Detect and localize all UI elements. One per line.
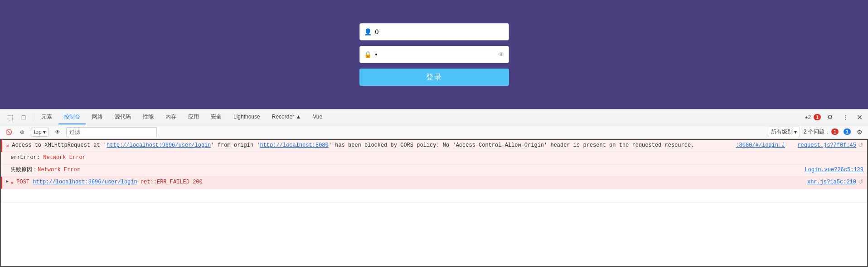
error-icon-1: ✕ <box>6 142 9 150</box>
stop-btn[interactable]: ⊘ <box>17 127 27 137</box>
login-source-link[interactable]: Login.vue?26c5:129 <box>801 166 863 174</box>
dot-count: ●2 <box>805 114 811 120</box>
password-container: 🔒 👁 <box>359 46 509 63</box>
expand-post-icon[interactable]: ▶ <box>6 178 9 185</box>
console-messages: ✕ Access to XMLHttpRequest at 'http://lo… <box>0 139 868 267</box>
console-filter-bar: 🚫 ⊘ top ▾ 👁 所有级别 ▾ 2 个问题： 1 1 ⚙ <box>0 125 868 139</box>
user-icon: 👤 <box>364 28 372 35</box>
request-source-link[interactable]: request.js?7f0f:45 <box>794 141 856 149</box>
refresh-icon-btn[interactable]: ↺ <box>858 141 863 148</box>
errError-text: errError: Network Error <box>10 153 863 162</box>
devtools-toolbar: ⬚ □ 元素 控制台 网络 源代码 性能 内存 应用 安全 Lighthouse… <box>0 109 868 125</box>
tab-memory[interactable]: 内存 <box>160 110 182 124</box>
eye-toggle-icon[interactable]: 👁 <box>498 51 504 58</box>
tab-sources[interactable]: 源代码 <box>109 110 136 124</box>
console-msg-errError: ✕ errError: Network Error <box>1 152 867 164</box>
context-chevron-icon: ▾ <box>43 129 46 135</box>
placeholder-icon-3: ✕ <box>5 167 8 175</box>
level-dropdown[interactable]: 所有级别 ▾ <box>768 127 800 137</box>
tab-lighthouse[interactable]: Lighthouse <box>228 111 266 124</box>
toolbar-right: ●2 1 ⚙ ⋮ ✕ <box>805 111 864 124</box>
issue-blue-badge: 1 <box>844 129 851 135</box>
console-body: ✕ Access to XMLHttpRequest at 'http://lo… <box>0 139 868 267</box>
more-menu-btn[interactable]: ⋮ <box>839 111 852 124</box>
tab-console[interactable]: 控制台 <box>58 110 86 124</box>
placeholder-icon-2: ✕ <box>5 154 8 163</box>
tab-elements[interactable]: 元素 <box>36 110 58 124</box>
post-url[interactable]: http://localhost:9696/user/login <box>33 179 137 185</box>
username-input[interactable] <box>359 23 509 40</box>
tab-recorder[interactable]: Recorder ▲ <box>267 111 307 124</box>
console-msg-fail-reason: ✕ 失败原因：Network Error Login.vue?26c5:129 <box>1 164 867 177</box>
post-refresh-icon-btn[interactable]: ↺ <box>858 178 863 185</box>
tab-application[interactable]: 应用 <box>183 110 204 124</box>
clear-console-btn[interactable]: 🚫 <box>4 127 14 137</box>
tab-separator-1 <box>33 113 33 122</box>
device-icon-btn[interactable]: □ <box>17 111 30 124</box>
issue-count-label: 2 个问题： 1 1 <box>804 128 851 136</box>
password-input[interactable] <box>359 46 509 63</box>
cors-source-link[interactable]: :8080/#/login:J <box>732 141 785 149</box>
close-devtools-btn[interactable]: ✕ <box>854 112 864 122</box>
error-badge: 1 <box>814 114 821 120</box>
post-error-text: POST http://localhost:9696/user/login ne… <box>16 178 804 186</box>
fail-reason-text: 失败原因：Network Error <box>10 166 801 174</box>
cors-url-1[interactable]: http://localhost:9696/user/login <box>107 142 211 148</box>
login-area: 👤 🔒 👁 登录 <box>0 0 868 109</box>
console-msg-cors: ✕ Access to XMLHttpRequest at 'http://lo… <box>1 140 867 152</box>
cors-origin-url[interactable]: http://localhost:8080 <box>260 142 329 148</box>
xhr-source-link[interactable]: xhr.js?1a5c:210 <box>804 178 856 186</box>
eye-filter-btn[interactable]: 👁 <box>53 127 63 137</box>
tab-vue[interactable]: Vue <box>307 111 328 124</box>
settings-gear-btn[interactable]: ⚙ <box>824 111 836 124</box>
tab-security[interactable]: 安全 <box>205 110 227 124</box>
filter-input[interactable] <box>66 127 157 137</box>
console-msg-post: ▶ ✕ POST http://localhost:9696/user/logi… <box>1 177 867 189</box>
tab-network[interactable]: 网络 <box>87 110 108 124</box>
context-label: top <box>34 129 42 135</box>
devtools-panel: ⬚ □ 元素 控制台 网络 源代码 性能 内存 应用 安全 Lighthouse… <box>0 109 868 267</box>
issue-red-badge: 1 <box>831 129 839 135</box>
login-button[interactable]: 登录 <box>359 69 509 86</box>
level-chevron-icon: ▾ <box>794 129 797 135</box>
username-container: 👤 <box>359 23 509 40</box>
tab-performance[interactable]: 性能 <box>137 110 159 124</box>
level-label: 所有级别 <box>771 128 793 136</box>
console-empty-row <box>1 189 867 203</box>
context-dropdown[interactable]: top ▾ <box>31 128 49 137</box>
cursor-icon-btn[interactable]: ⬚ <box>4 111 16 124</box>
lock-icon: 🔒 <box>364 51 372 58</box>
console-settings-btn[interactable]: ⚙ <box>854 127 864 137</box>
cors-error-text: Access to XMLHttpRequest at 'http://loca… <box>12 141 732 149</box>
error-icon-post: ✕ <box>10 179 14 187</box>
